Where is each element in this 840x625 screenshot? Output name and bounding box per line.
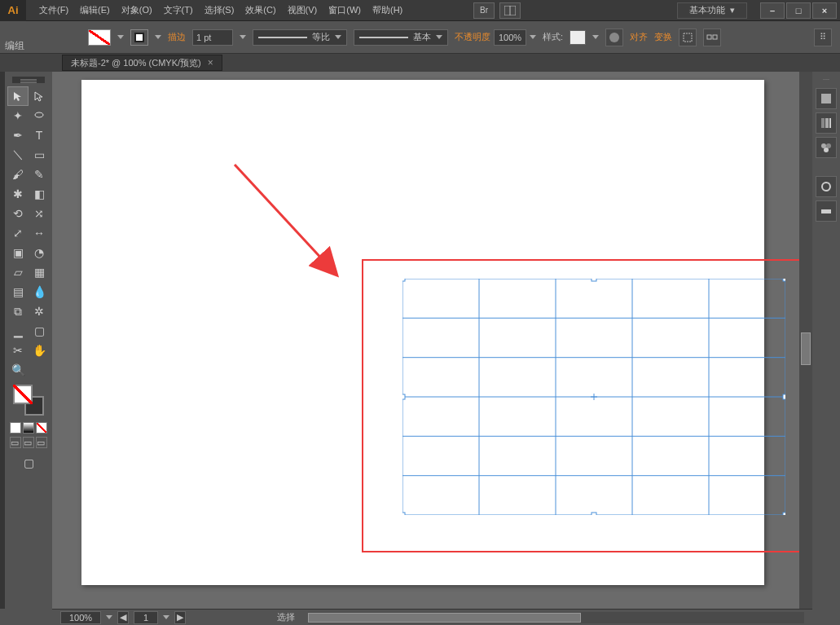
zoom-dd-arrow[interactable] — [106, 615, 112, 619]
menu-window[interactable]: 窗口(W) — [323, 1, 366, 20]
v-scroll-thumb[interactable] — [801, 332, 811, 365]
transform-label[interactable]: 变换 — [654, 31, 672, 43]
prev-artboard-button[interactable]: ◀ — [117, 611, 129, 624]
svg-point-6 — [35, 112, 43, 117]
free-transform-tool[interactable]: ▣ — [7, 243, 29, 262]
fill-indicator[interactable] — [13, 385, 33, 404]
type-tool[interactable]: T — [29, 125, 50, 145]
hand-tool[interactable]: ✋ — [29, 341, 50, 360]
paintbrush-tool[interactable]: 🖌 — [7, 165, 29, 184]
menu-file[interactable]: 文件(F) — [34, 1, 73, 20]
style-dd-arrow[interactable] — [592, 35, 599, 39]
draw-normal[interactable]: ▭ — [10, 437, 21, 448]
svg-point-37 — [824, 147, 829, 152]
tool-grip[interactable] — [12, 77, 45, 83]
svg-rect-28 — [783, 513, 785, 515]
stroke-panel-icon[interactable] — [816, 176, 837, 197]
magic-wand-tool[interactable]: ✦ — [7, 106, 29, 125]
edit-contents-button[interactable] — [703, 29, 721, 46]
horizontal-scrollbar[interactable] — [308, 612, 804, 623]
menu-view[interactable]: 视图(V) — [283, 1, 323, 20]
eyedropper-tool[interactable]: 💧 — [29, 282, 50, 301]
strokewt-dd-arrow[interactable] — [240, 35, 246, 39]
draw-inside[interactable]: ▭ — [36, 437, 47, 448]
symbol-spray-tool[interactable]: ✲ — [29, 301, 50, 321]
workspace-switcher[interactable]: 基本功能 ▾ — [677, 2, 747, 19]
color-mode-solid[interactable] — [10, 422, 21, 434]
selection-tool[interactable] — [7, 86, 29, 106]
artboard-dd-arrow[interactable] — [163, 615, 169, 619]
opacity-input[interactable] — [494, 29, 526, 46]
selection-mode-label: 编组 — [5, 39, 24, 53]
menu-type[interactable]: 文字(T) — [159, 1, 198, 20]
opacity-dd-arrow[interactable] — [530, 35, 536, 39]
close-window-button[interactable]: × — [812, 2, 837, 19]
artboard-nav-input[interactable] — [134, 611, 158, 624]
stroke-label[interactable]: 描边 — [168, 31, 186, 43]
color-guide-panel-icon[interactable] — [816, 112, 837, 134]
mesh-tool[interactable]: ▦ — [29, 262, 50, 282]
blend-tool[interactable]: ⧉ — [7, 301, 29, 321]
panel-menu-button[interactable]: ⠿ — [814, 29, 832, 46]
direct-selection-tool[interactable] — [29, 86, 50, 106]
rectangle-tool[interactable]: ▭ — [29, 145, 50, 165]
reflect-tool[interactable]: ⤮ — [29, 204, 50, 223]
color-panel-icon[interactable] — [816, 88, 837, 109]
maximize-button[interactable]: □ — [786, 2, 811, 19]
rotate-tool[interactable]: ⟲ — [7, 204, 29, 223]
toolbox-wrap: ✦ ✒ T ＼ ▭ 🖌 ✎ ✱ ◧ ⟲ ⤮ — [0, 72, 52, 609]
arrange-docs-button[interactable] — [499, 2, 521, 19]
bridge-button[interactable]: Br — [473, 2, 495, 19]
perspective-tool[interactable]: ▱ — [7, 262, 29, 282]
stroke-weight-input[interactable] — [192, 29, 233, 46]
menu-effect[interactable]: 效果(C) — [240, 1, 280, 20]
color-mode-gradient[interactable] — [23, 422, 34, 434]
canvas-area[interactable] — [52, 72, 812, 609]
zoom-tool[interactable]: 🔍 — [7, 360, 29, 380]
vertical-scrollbar[interactable] — [799, 72, 812, 609]
menu-edit[interactable]: 编辑(E) — [75, 1, 115, 20]
menu-select[interactable]: 选择(S) — [200, 1, 240, 20]
column-graph-tool[interactable]: ▁ — [7, 321, 29, 341]
fill-swatch[interactable] — [88, 29, 111, 46]
line-tool[interactable]: ＼ — [7, 145, 29, 165]
stroke-swatch[interactable] — [130, 29, 148, 46]
lasso-tool[interactable] — [29, 106, 50, 125]
width-tool[interactable]: ↔ — [29, 223, 50, 243]
menu-help[interactable]: 帮助(H) — [367, 1, 407, 20]
tab-close-button[interactable]: × — [208, 57, 213, 68]
minimize-button[interactable]: – — [760, 2, 785, 19]
fill-dd-arrow[interactable] — [117, 35, 124, 39]
menu-object[interactable]: 对象(O) — [117, 1, 157, 20]
fill-stroke-indicator[interactable] — [11, 383, 46, 417]
slice-tool[interactable]: ✂ — [7, 341, 29, 360]
isolate-button[interactable] — [679, 29, 697, 46]
blob-brush-tool[interactable]: ✱ — [7, 184, 29, 204]
swatches-panel-icon[interactable] — [816, 137, 837, 158]
style-swatch[interactable] — [570, 30, 586, 45]
align-label[interactable]: 对齐 — [630, 31, 648, 43]
zoom-input[interactable] — [60, 611, 101, 624]
gradient-tool[interactable]: ▤ — [7, 282, 29, 301]
grid-object[interactable] — [402, 279, 785, 515]
screen-mode-button[interactable]: ▢ — [18, 453, 39, 473]
document-tab[interactable]: 未标题-2* @ 100% (CMYK/预览) × — [62, 55, 222, 71]
h-scroll-thumb[interactable] — [308, 613, 581, 623]
eraser-tool[interactable]: ◧ — [29, 184, 50, 204]
profile-dropdown[interactable]: 等比 — [253, 29, 347, 46]
pen-tool[interactable]: ✒ — [7, 125, 29, 145]
next-artboard-button[interactable]: ▶ — [174, 611, 186, 624]
stroke-dd-arrow[interactable] — [155, 35, 161, 39]
panel-grip[interactable]: ···· — [814, 77, 838, 85]
recolor-button[interactable] — [605, 29, 623, 46]
brush-dropdown[interactable]: 基本 — [354, 29, 448, 46]
scale-tool[interactable]: ⤢ — [7, 223, 29, 243]
opacity-label[interactable]: 不透明度 — [455, 31, 490, 43]
svg-rect-24 — [592, 279, 596, 281]
shape-builder-tool[interactable]: ◔ — [29, 243, 50, 262]
color-mode-none[interactable] — [36, 422, 47, 434]
pencil-tool[interactable]: ✎ — [29, 165, 50, 184]
draw-behind[interactable]: ▭ — [23, 437, 34, 448]
artboard-tool[interactable]: ▢ — [29, 321, 50, 341]
gradient-panel-icon[interactable] — [816, 200, 837, 222]
